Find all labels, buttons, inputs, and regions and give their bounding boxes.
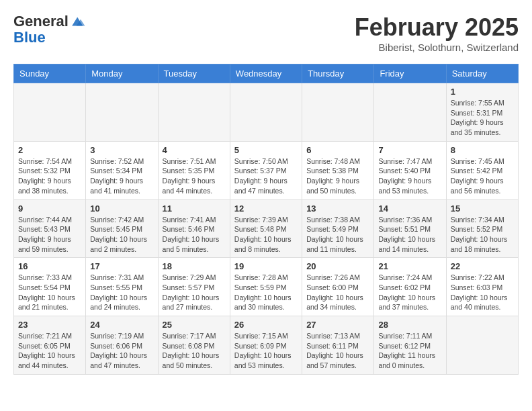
calendar-cell-w0d5 <box>374 83 446 142</box>
day-number: 25 <box>163 320 226 330</box>
day-number: 7 <box>378 145 441 155</box>
day-info: Sunrise: 7:15 AM Sunset: 6:09 PM Dayligh… <box>234 331 298 371</box>
day-info: Sunrise: 7:36 AM Sunset: 5:51 PM Dayligh… <box>378 215 441 255</box>
calendar-cell-w2d3: 12Sunrise: 7:39 AM Sunset: 5:48 PM Dayli… <box>230 199 302 258</box>
day-info: Sunrise: 7:39 AM Sunset: 5:48 PM Dayligh… <box>234 215 298 255</box>
day-info: Sunrise: 7:47 AM Sunset: 5:40 PM Dayligh… <box>378 156 441 196</box>
calendar-cell-w0d6: 1Sunrise: 7:55 AM Sunset: 5:31 PM Daylig… <box>446 83 518 142</box>
calendar-cell-w1d2: 4Sunrise: 7:51 AM Sunset: 5:35 PM Daylig… <box>158 141 230 199</box>
day-number: 5 <box>234 145 298 155</box>
day-info: Sunrise: 7:55 AM Sunset: 5:31 PM Dayligh… <box>451 98 514 138</box>
calendar-cell-w0d3 <box>230 83 302 142</box>
logo-blue-text: Blue <box>13 30 46 46</box>
day-number: 10 <box>90 203 153 214</box>
calendar-cell-w3d1: 17Sunrise: 7:31 AM Sunset: 5:55 PM Dayli… <box>86 258 158 316</box>
calendar-cell-w1d6: 8Sunrise: 7:45 AM Sunset: 5:42 PM Daylig… <box>446 141 518 199</box>
calendar-cell-w2d2: 11Sunrise: 7:41 AM Sunset: 5:46 PM Dayli… <box>158 199 230 258</box>
day-number: 9 <box>18 203 81 214</box>
calendar-cell-w4d0: 23Sunrise: 7:21 AM Sunset: 6:05 PM Dayli… <box>14 316 86 375</box>
title-block: February 2025 Biberist, Solothurn, Switz… <box>355 13 519 53</box>
calendar-cell-w1d4: 6Sunrise: 7:48 AM Sunset: 5:38 PM Daylig… <box>302 141 374 199</box>
day-info: Sunrise: 7:42 AM Sunset: 5:45 PM Dayligh… <box>90 215 153 255</box>
calendar-cell-w4d1: 24Sunrise: 7:19 AM Sunset: 6:06 PM Dayli… <box>86 316 158 375</box>
calendar-cell-w3d2: 18Sunrise: 7:29 AM Sunset: 5:57 PM Dayli… <box>158 258 230 316</box>
calendar-cell-w2d4: 13Sunrise: 7:38 AM Sunset: 5:49 PM Dayli… <box>302 199 374 258</box>
day-number: 18 <box>163 261 226 271</box>
weekday-header-tuesday: Tuesday <box>158 64 230 83</box>
calendar-cell-w3d5: 21Sunrise: 7:24 AM Sunset: 6:02 PM Dayli… <box>374 258 446 316</box>
calendar-cell-w3d3: 19Sunrise: 7:28 AM Sunset: 5:59 PM Dayli… <box>230 258 302 316</box>
day-number: 4 <box>163 145 226 155</box>
day-info: Sunrise: 7:29 AM Sunset: 5:57 PM Dayligh… <box>163 273 226 312</box>
calendar-cell-w2d0: 9Sunrise: 7:44 AM Sunset: 5:43 PM Daylig… <box>14 199 86 258</box>
day-info: Sunrise: 7:24 AM Sunset: 6:02 PM Dayligh… <box>378 273 441 312</box>
day-number: 12 <box>234 203 298 214</box>
calendar-cell-w4d4: 27Sunrise: 7:13 AM Sunset: 6:11 PM Dayli… <box>302 316 374 375</box>
calendar-cell-w4d6 <box>446 316 518 375</box>
calendar-cell-w3d4: 20Sunrise: 7:26 AM Sunset: 6:00 PM Dayli… <box>302 258 374 316</box>
day-number: 8 <box>451 145 514 155</box>
day-number: 3 <box>90 145 153 155</box>
calendar-cell-w3d6: 22Sunrise: 7:22 AM Sunset: 6:03 PM Dayli… <box>446 258 518 316</box>
day-info: Sunrise: 7:33 AM Sunset: 5:54 PM Dayligh… <box>18 273 81 312</box>
day-number: 26 <box>234 320 298 330</box>
day-number: 11 <box>163 203 226 214</box>
calendar-cell-w2d1: 10Sunrise: 7:42 AM Sunset: 5:45 PM Dayli… <box>86 199 158 258</box>
weekday-header-monday: Monday <box>86 64 158 83</box>
calendar-cell-w4d2: 25Sunrise: 7:17 AM Sunset: 6:08 PM Dayli… <box>158 316 230 375</box>
day-info: Sunrise: 7:38 AM Sunset: 5:49 PM Dayligh… <box>306 215 369 255</box>
day-number: 17 <box>90 261 153 271</box>
day-info: Sunrise: 7:21 AM Sunset: 6:05 PM Dayligh… <box>18 331 81 371</box>
day-number: 13 <box>306 203 369 214</box>
day-info: Sunrise: 7:44 AM Sunset: 5:43 PM Dayligh… <box>18 215 81 255</box>
day-info: Sunrise: 7:54 AM Sunset: 5:32 PM Dayligh… <box>18 156 81 196</box>
weekday-header-saturday: Saturday <box>446 64 518 83</box>
logo-icon <box>70 13 86 30</box>
day-number: 24 <box>90 320 153 330</box>
day-number: 2 <box>18 145 81 155</box>
day-number: 14 <box>378 203 441 214</box>
day-number: 23 <box>18 320 81 330</box>
day-info: Sunrise: 7:22 AM Sunset: 6:03 PM Dayligh… <box>451 273 514 312</box>
day-info: Sunrise: 7:48 AM Sunset: 5:38 PM Dayligh… <box>306 156 369 196</box>
day-info: Sunrise: 7:31 AM Sunset: 5:55 PM Dayligh… <box>90 273 153 312</box>
day-number: 1 <box>451 87 514 97</box>
day-number: 16 <box>18 261 81 271</box>
day-number: 6 <box>306 145 369 155</box>
calendar-cell-w0d4 <box>302 83 374 142</box>
weekday-header-thursday: Thursday <box>302 64 374 83</box>
day-info: Sunrise: 7:19 AM Sunset: 6:06 PM Dayligh… <box>90 331 153 371</box>
page-header: General Blue February 2025 Biberist, Sol… <box>13 13 519 53</box>
day-info: Sunrise: 7:45 AM Sunset: 5:42 PM Dayligh… <box>451 156 514 196</box>
month-title: February 2025 <box>355 13 519 42</box>
calendar-cell-w2d5: 14Sunrise: 7:36 AM Sunset: 5:51 PM Dayli… <box>374 199 446 258</box>
day-info: Sunrise: 7:11 AM Sunset: 6:12 PM Dayligh… <box>378 331 441 371</box>
day-number: 22 <box>451 261 514 271</box>
calendar-cell-w4d5: 28Sunrise: 7:11 AM Sunset: 6:12 PM Dayli… <box>374 316 446 375</box>
day-number: 15 <box>451 203 514 214</box>
day-number: 28 <box>378 320 441 330</box>
day-info: Sunrise: 7:17 AM Sunset: 6:08 PM Dayligh… <box>163 331 226 371</box>
calendar-cell-w1d5: 7Sunrise: 7:47 AM Sunset: 5:40 PM Daylig… <box>374 141 446 199</box>
calendar-cell-w0d2 <box>158 83 230 142</box>
weekday-header-wednesday: Wednesday <box>230 64 302 83</box>
calendar-cell-w0d1 <box>86 83 158 142</box>
location-subtitle: Biberist, Solothurn, Switzerland <box>355 42 519 53</box>
weekday-header-friday: Friday <box>374 64 446 83</box>
calendar-cell-w0d0 <box>14 83 86 142</box>
day-info: Sunrise: 7:51 AM Sunset: 5:35 PM Dayligh… <box>163 156 226 196</box>
calendar-cell-w1d0: 2Sunrise: 7:54 AM Sunset: 5:32 PM Daylig… <box>14 141 86 199</box>
day-info: Sunrise: 7:34 AM Sunset: 5:52 PM Dayligh… <box>451 215 514 255</box>
day-info: Sunrise: 7:41 AM Sunset: 5:46 PM Dayligh… <box>163 215 226 255</box>
day-info: Sunrise: 7:13 AM Sunset: 6:11 PM Dayligh… <box>306 331 369 371</box>
day-number: 21 <box>378 261 441 271</box>
day-number: 19 <box>234 261 298 271</box>
calendar-cell-w2d6: 15Sunrise: 7:34 AM Sunset: 5:52 PM Dayli… <box>446 199 518 258</box>
calendar-cell-w1d3: 5Sunrise: 7:50 AM Sunset: 5:37 PM Daylig… <box>230 141 302 199</box>
calendar-cell-w3d0: 16Sunrise: 7:33 AM Sunset: 5:54 PM Dayli… <box>14 258 86 316</box>
day-info: Sunrise: 7:28 AM Sunset: 5:59 PM Dayligh… <box>234 273 298 312</box>
calendar-cell-w1d1: 3Sunrise: 7:52 AM Sunset: 5:34 PM Daylig… <box>86 141 158 199</box>
weekday-header-sunday: Sunday <box>14 64 86 83</box>
logo: General Blue <box>13 13 86 46</box>
day-info: Sunrise: 7:52 AM Sunset: 5:34 PM Dayligh… <box>90 156 153 196</box>
